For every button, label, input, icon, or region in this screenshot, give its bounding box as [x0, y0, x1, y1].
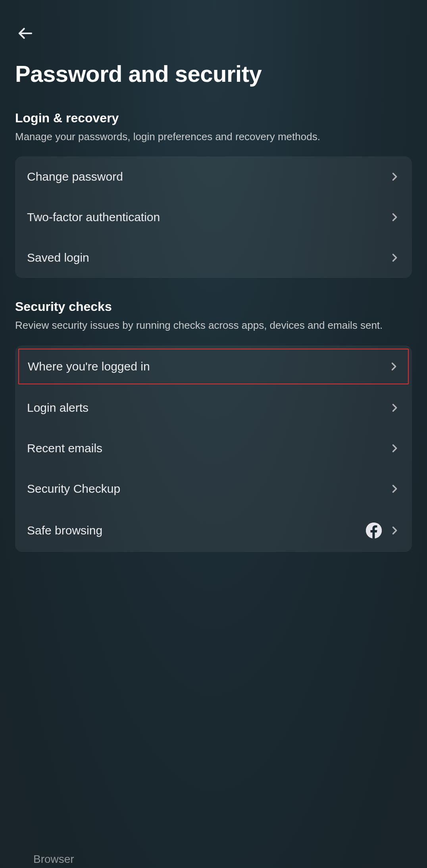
row-safe-browsing[interactable]: Safe browsing [15, 509, 412, 552]
row-right-group [366, 523, 400, 538]
row-login-alerts[interactable]: Login alerts [15, 388, 412, 428]
row-where-youre-logged-in[interactable]: Where you're logged in [18, 349, 409, 384]
row-label: Saved login [27, 251, 89, 264]
row-security-checkup[interactable]: Security Checkup [15, 469, 412, 509]
row-saved-login[interactable]: Saved login [15, 237, 412, 278]
facebook-icon [366, 523, 382, 538]
peek-text: Browser [33, 853, 74, 866]
section-title: Login & recovery [15, 111, 412, 125]
chevron-right-icon [389, 171, 400, 182]
row-label: Recent emails [27, 442, 102, 455]
row-recent-emails[interactable]: Recent emails [15, 428, 412, 469]
card-login-recovery: Change password Two-factor authenticatio… [15, 156, 412, 278]
row-label: Change password [27, 170, 123, 183]
chevron-right-icon [389, 212, 400, 223]
section-desc: Review security issues by running checks… [15, 318, 412, 332]
chevron-right-icon [389, 483, 400, 494]
section-title: Security checks [15, 299, 412, 314]
chevron-right-icon [389, 402, 400, 413]
row-label: Where you're logged in [28, 360, 150, 373]
chevron-right-icon [389, 525, 400, 536]
row-change-password[interactable]: Change password [15, 156, 412, 197]
chevron-right-icon [389, 252, 400, 263]
card-security-checks: Where you're logged in Login alerts Rece… [15, 345, 412, 552]
page-title: Password and security [15, 60, 419, 87]
back-button[interactable] [15, 24, 36, 44]
row-two-factor-authentication[interactable]: Two-factor authentication [15, 197, 412, 237]
section-security-checks: Security checks Review security issues b… [8, 299, 419, 552]
row-label: Two-factor authentication [27, 210, 160, 224]
section-desc: Manage your passwords, login preferences… [15, 129, 412, 144]
arrow-left-icon [17, 25, 33, 43]
section-login-recovery: Login & recovery Manage your passwords, … [8, 111, 419, 278]
row-label: Security Checkup [27, 482, 120, 496]
row-label: Login alerts [27, 401, 88, 415]
chevron-right-icon [389, 443, 400, 454]
row-label: Safe browsing [27, 524, 102, 537]
chevron-right-icon [388, 361, 399, 372]
